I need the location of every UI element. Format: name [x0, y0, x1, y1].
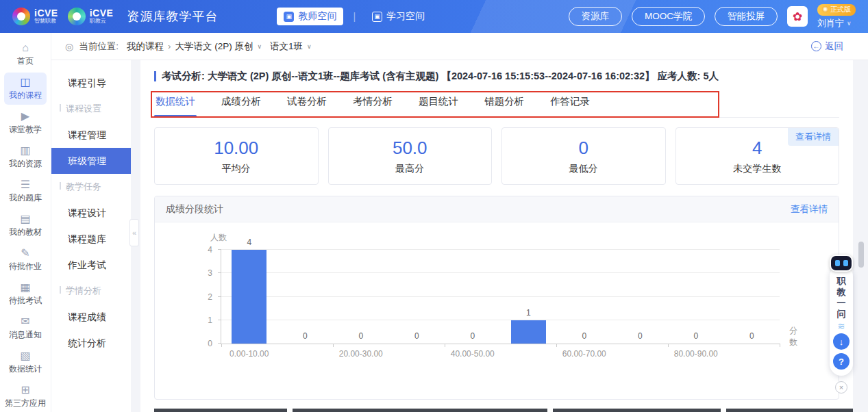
menu-item-label: 课程引导 [68, 77, 106, 88]
rail-item-label: 课堂教学 [9, 124, 42, 136]
chart-category: 0 [277, 250, 334, 344]
scrollbar-thumb[interactable] [858, 242, 864, 268]
rail-item-label: 我的题库 [9, 192, 42, 204]
analysis-tab[interactable]: 数据统计 [154, 94, 197, 117]
menu-item[interactable]: 学情分析 [51, 278, 131, 304]
course-menu-sidebar: 课程引导 课程设置 课程管理 班级管理 [51, 60, 131, 412]
rail-item[interactable]: ☰ 我的题库 [4, 175, 47, 207]
robot-assistant-icon[interactable] [830, 255, 853, 272]
stat-label: 未交学生数 [733, 163, 781, 175]
x-tick-label: 0.00-10.00 [213, 349, 286, 359]
section-bar [60, 286, 61, 294]
download-icon[interactable]: ↓ [833, 333, 850, 350]
x-tick-mark [556, 344, 557, 347]
breadcrumb-item[interactable]: 我的课程 ∨ [123, 40, 164, 53]
menu-item-label: 课程题库 [68, 233, 106, 244]
rail-item[interactable]: ✉ 消息通知 [4, 312, 47, 344]
rail-item[interactable]: ⊞ 第三方应用 [4, 381, 47, 412]
help-icon[interactable]: ? [833, 353, 850, 370]
menu-item[interactable]: 班级管理 [51, 148, 131, 174]
x-tick-mark [780, 344, 780, 347]
header-nav-item[interactable]: ▣ 教师空间 [277, 8, 343, 25]
menu-item[interactable]: 课程设计 [51, 200, 131, 226]
menu-item[interactable]: 课程设置 [51, 96, 131, 122]
space-icon: ▣ [284, 12, 294, 22]
score-segment-card: 成绩分段统计 查看详情 01234人数分数40.00-10.000020.00-… [154, 196, 839, 400]
exam-analysis-title: 考试分析: 大学语文 (2P) 原创--语文1班--题库考试 (含有主观题) 【… [162, 70, 719, 83]
quick-link-button[interactable]: 资源库 [569, 7, 623, 26]
close-icon[interactable]: × [835, 381, 847, 394]
rail-item[interactable]: ▧ 数据统计 [4, 346, 47, 378]
menu-item[interactable]: 统计分析 [51, 330, 131, 356]
assistant-float-widget: 职 教 一 问 ≋ ↓ ? × [828, 255, 854, 394]
rail-item[interactable]: ▦ 待批考试 [4, 278, 47, 310]
rail-item[interactable]: ✎ 待批作业 [4, 244, 47, 276]
menu-item[interactable]: 课程管理 [51, 122, 131, 148]
menu-item-label: 教学任务 [66, 181, 101, 192]
back-button[interactable]: ← 返回 [811, 40, 843, 53]
header-quick-links: 资源库 MOOC学院 智能投屏 [569, 7, 778, 26]
chevron-down-icon: ∨ [307, 43, 312, 50]
brand-name: iCVE [34, 8, 58, 18]
stat-label: 最低分 [569, 163, 598, 175]
chart-category: 020.00-30.00 [333, 250, 389, 344]
analysis-tab[interactable]: 试卷分析 [286, 94, 328, 117]
rail-item[interactable]: ▤ 我的教材 [4, 209, 47, 242]
header-nav-label: 学习空间 [386, 10, 425, 23]
breadcrumb-bar: ◎ 当前位置: 我的课程 ∨ › 大学语文 (2P) 原创 ∨ [51, 33, 868, 60]
logo-icve-zhijiaoyun[interactable]: iCVE 职教云 [68, 8, 114, 25]
menu-item[interactable]: 教学任务 [51, 174, 131, 200]
bar-50.00-60.00[interactable] [511, 320, 546, 344]
analysis-tab[interactable]: 作答记录 [549, 94, 591, 117]
quick-link-button[interactable]: MOOC学院 [632, 7, 705, 26]
menu-item[interactable]: 作业考试 [51, 252, 131, 278]
chart-view-details-link[interactable]: 查看详情 [791, 203, 828, 216]
chart-card-title: 成绩分段统计 [166, 203, 223, 216]
y-tick-label: 2 [208, 292, 212, 302]
sidebar-collapse-button[interactable]: « [129, 219, 139, 246]
bar-value-label: 0 [668, 331, 724, 341]
user-menu[interactable]: 刘肖宁∨ [817, 17, 852, 29]
rail-item-icon: ▦ [20, 281, 30, 293]
rail-item-icon: ☰ [21, 179, 30, 190]
peacock-logo-icon [12, 8, 30, 25]
x-axis-label: 分数 [789, 325, 797, 348]
y-tick-label: 3 [208, 268, 212, 278]
menu-item[interactable]: 课程题库 [51, 226, 131, 252]
bar-value-label: 1 [501, 308, 557, 318]
header-nav-label: 教师空间 [298, 10, 336, 23]
rail-item[interactable]: ⌂ 首页 [4, 38, 47, 70]
header-nav-item[interactable]: ▣ 学习空间 [365, 8, 432, 25]
view-details-chip[interactable]: 查看详情 [788, 128, 839, 146]
analysis-tab[interactable]: 成绩分析 [220, 94, 262, 117]
rail-item[interactable]: ▥ 我的资源 [4, 141, 47, 173]
assistant-pill: 职 教 一 问 ≋ ↓ ? [830, 265, 853, 376]
analysis-tab[interactable]: 错题分析 [483, 94, 525, 117]
stat-value: 0 [579, 138, 588, 159]
app-title: 资源库教学平台 [127, 8, 218, 25]
logo-icve-zhihuizhijiao[interactable]: iCVE 智慧职教 [12, 8, 58, 25]
rail-item-icon: ✉ [21, 316, 29, 327]
bar-0.00-10.00[interactable] [232, 250, 266, 344]
title-accent-bar [154, 71, 156, 81]
space-icon: ▣ [372, 12, 382, 22]
breadcrumb-item[interactable]: 语文1班 ∨ [266, 40, 312, 53]
analysis-tab[interactable]: 考情分析 [351, 94, 394, 117]
medal-icon [822, 6, 828, 12]
rail-item-label: 消息通知 [9, 329, 42, 341]
menu-item-label: 班级管理 [68, 155, 106, 166]
avatar[interactable]: ✿ [787, 6, 808, 27]
analysis-tab[interactable]: 题目统计 [417, 94, 460, 117]
rail-item-label: 待批作业 [9, 261, 42, 272]
rail-item[interactable]: ▶ 课堂教学 [4, 107, 47, 139]
rail-item-icon: ▤ [20, 213, 30, 224]
breadcrumb-item[interactable]: › 大学语文 (2P) 原创 ∨ [168, 40, 262, 53]
menu-item[interactable]: 课程引导 [51, 70, 131, 96]
breadcrumb-prefix: 当前位置: [79, 40, 119, 53]
rail-item-icon: ✎ [21, 247, 29, 259]
menu-item[interactable]: 课程成绩 [51, 304, 131, 330]
quick-link-button[interactable]: 智能投屏 [715, 7, 778, 26]
rail-item[interactable]: ◫ 我的课程 [4, 73, 47, 105]
chart-category: 080.00-90.00 [668, 250, 724, 344]
rail-item-icon: ⊞ [21, 384, 29, 396]
